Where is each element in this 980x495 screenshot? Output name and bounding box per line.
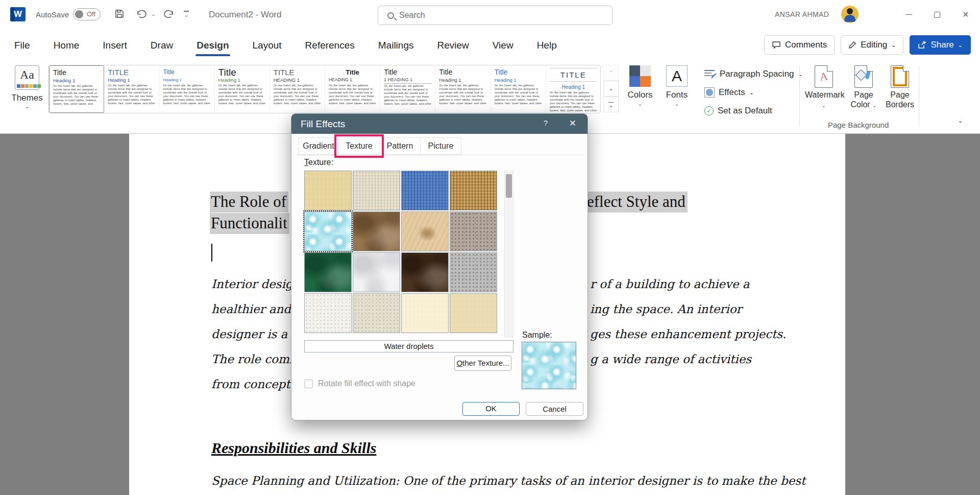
style-set-gallery: TitleHeading 1On the Insert tab, the gal… (48, 65, 601, 113)
ribbon-tab-references[interactable]: References (303, 37, 357, 54)
cancel-button[interactable]: Cancel (526, 402, 583, 416)
rotate-fill-checkbox[interactable] (304, 380, 313, 388)
style-set-card[interactable]: TitleHeading 1On the Insert tab, the gal… (49, 65, 104, 113)
texture-swatch-water-droplets[interactable] (304, 211, 352, 251)
title-bar: W AutoSave Off ⌄ ⌄ Document2 - Word Sear… (0, 0, 980, 29)
style-set-card[interactable]: TitleHeading 1On the Insert tab, the gal… (491, 65, 546, 113)
style-set-card[interactable]: TitleHeading 1On the Insert tab, the gal… (435, 65, 491, 113)
ribbon-tab-insert[interactable]: Insert (101, 37, 129, 54)
texture-swatch-granite[interactable] (450, 252, 497, 292)
ok-button[interactable]: OK (462, 402, 520, 416)
style-set-card[interactable]: TitleHEADING 1On the Insert tab, the gal… (325, 65, 380, 113)
rotate-fill-label: Rotate fill effect with shape (318, 379, 415, 388)
colors-button[interactable]: Colors ⌄ (624, 65, 656, 107)
texture-swatch-canvas[interactable] (353, 171, 400, 210)
style-set-card[interactable]: TITLEHeading 1On the Insert tab, the gal… (546, 65, 601, 113)
texture-swatch-recycled-paper[interactable] (353, 293, 400, 333)
page-borders-icon (891, 65, 909, 88)
fonts-icon: A (666, 65, 688, 87)
texture-swatch-stationery[interactable] (450, 293, 497, 333)
dialog-help-button[interactable]: ? (544, 119, 548, 127)
page-borders-button[interactable]: PageBorders (881, 65, 919, 109)
other-texture-button[interactable]: Other Texture... (454, 356, 511, 371)
search-input[interactable]: Search (378, 6, 612, 25)
texture-swatch-brown-marble[interactable] (401, 252, 449, 292)
texture-scrollbar[interactable] (504, 171, 513, 337)
style-set-card[interactable]: TITLEHEADING 1On the Insert tab, the gal… (270, 65, 325, 113)
close-button[interactable]: ✕ (951, 0, 980, 29)
texture-swatch-woven-mat[interactable] (450, 171, 497, 210)
chevron-down-icon: ⌄ (624, 101, 656, 107)
dialog-tab-texture[interactable]: Texture (339, 137, 380, 155)
style-set-card[interactable]: TITLEHeading 1On the Insert tab, the gal… (104, 65, 159, 113)
ribbon-tab-mailings[interactable]: Mailings (376, 37, 416, 54)
texture-swatch-white-marble[interactable] (353, 252, 400, 292)
ribbon-tab-layout[interactable]: Layout (251, 37, 284, 54)
chevron-down-icon: ⌄ (891, 42, 896, 49)
style-set-card[interactable]: TitleHeading 1On the Insert tab, the gal… (215, 65, 270, 113)
style-set-card[interactable]: Title1 HEADING 1On the Insert tab, the g… (380, 65, 435, 113)
texture-swatch-paper-bag[interactable] (353, 211, 400, 251)
editing-button[interactable]: Editing ⌄ (841, 35, 903, 55)
avatar-head-icon (847, 8, 853, 14)
style-set-card[interactable]: TitleHeading 1On the Insert tab, the gal… (159, 65, 214, 113)
ribbon-tab-review[interactable]: Review (435, 37, 471, 54)
doc-title-line2: Functionalit (210, 214, 289, 232)
texture-swatch-green-marble[interactable] (304, 252, 352, 292)
effects-button[interactable]: Effects⌄ (704, 85, 803, 100)
script-line-left: Interior desig (211, 277, 292, 291)
gallery-down-button[interactable]: ⌄ (603, 81, 619, 97)
collapse-ribbon-icon[interactable]: ⌄ (958, 116, 963, 124)
word-app-window: W AutoSave Off ⌄ ⌄ Document2 - Word Sear… (0, 0, 980, 495)
chevron-down-icon: ⌄ (822, 103, 826, 108)
undo-button[interactable] (134, 6, 148, 21)
top-actions: Comments Editing ⌄ Share ⌄ (764, 35, 971, 55)
share-button[interactable]: Share ⌄ (910, 35, 971, 55)
dialog-tab-gradient[interactable]: Gradient (298, 137, 339, 155)
ribbon-tab-view[interactable]: View (491, 37, 516, 54)
share-icon (918, 41, 926, 49)
paragraph-spacing-icon (704, 69, 716, 79)
group-separator (799, 66, 800, 127)
colors-icon (629, 65, 651, 87)
word-logo-icon[interactable]: W (10, 7, 26, 21)
texture-swatch-newsprint[interactable] (304, 293, 352, 333)
ribbon-tabs: FileHomeInsertDrawDesignLayoutReferences… (12, 29, 559, 61)
customize-qat-icon[interactable]: ⌄ (184, 11, 188, 17)
comments-button[interactable]: Comments (764, 35, 835, 55)
texture-swatch-sand[interactable] (450, 211, 497, 251)
ribbon-tab-design[interactable]: Design (194, 37, 231, 54)
gallery-up-button[interactable]: ⌃ (603, 65, 619, 81)
autosave-toggle[interactable]: Off (73, 8, 101, 20)
fonts-button[interactable]: A Fonts ⌄ (662, 65, 692, 107)
texture-swatch-fish-fossil[interactable] (401, 211, 449, 251)
pencil-icon (848, 41, 856, 49)
maximize-button[interactable] (923, 0, 951, 29)
texture-swatch-papyrus[interactable] (304, 171, 352, 210)
quick-access-toolbar: ⌄ ⌄ (112, 6, 189, 21)
script-line-right: r of a building to achieve a (590, 277, 750, 291)
save-button[interactable] (112, 6, 127, 21)
ribbon-tab-file[interactable]: File (12, 37, 32, 54)
dialog-close-button[interactable]: ✕ (569, 118, 576, 129)
dialog-tab-pattern[interactable]: Pattern (380, 137, 421, 155)
ribbon-tab-draw[interactable]: Draw (149, 37, 175, 54)
watermark-button[interactable]: A Watermark⌄ (805, 65, 843, 110)
themes-button[interactable]: Aa Themes ⌄ (9, 65, 45, 110)
redo-button[interactable] (162, 6, 177, 21)
minimize-button[interactable] (894, 0, 923, 29)
page-color-button[interactable]: PageColor ⌄ (845, 65, 883, 110)
undo-dropdown-icon[interactable]: ⌄ (151, 11, 155, 17)
ribbon-tab-home[interactable]: Home (52, 37, 82, 54)
gallery-more-button[interactable]: ⌄ (603, 97, 619, 112)
texture-swatch-denim[interactable] (401, 171, 449, 210)
scrollbar-thumb[interactable] (506, 174, 512, 198)
avatar[interactable] (841, 6, 859, 23)
chevron-down-icon: ⌄ (798, 71, 803, 78)
set-as-default-button[interactable]: ✓ Set as Default (704, 103, 803, 119)
ribbon-tab-help[interactable]: Help (535, 37, 559, 54)
paragraph-spacing-button[interactable]: Paragraph Spacing⌄ (704, 66, 803, 82)
comment-icon (772, 41, 781, 49)
dialog-tab-picture[interactable]: Picture (421, 137, 461, 155)
texture-swatch-parchment[interactable] (401, 293, 449, 333)
